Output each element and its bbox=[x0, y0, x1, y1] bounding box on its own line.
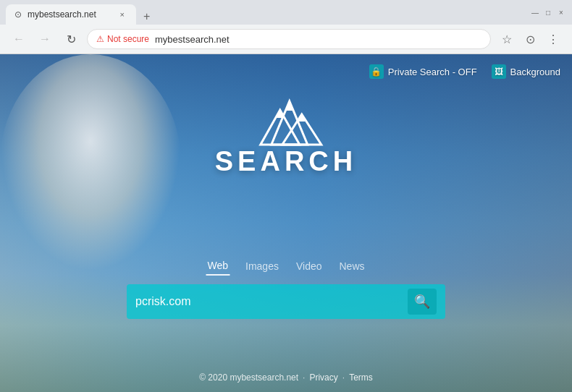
warning-icon: ⚠ bbox=[96, 34, 104, 44]
tab-web[interactable]: Web bbox=[206, 257, 230, 276]
footer-copyright: © 2020 mybestsearch.net bbox=[199, 372, 298, 383]
not-secure-label: Not secure bbox=[107, 34, 149, 44]
minimize-button[interactable]: — bbox=[530, 7, 540, 17]
search-icon: 🔍 bbox=[414, 294, 430, 310]
search-input[interactable] bbox=[135, 295, 402, 308]
title-bar: ⊙ mybestsearch.net × + — □ × bbox=[0, 0, 572, 25]
background-label: Background bbox=[510, 67, 560, 77]
search-button[interactable]: 🔍 bbox=[408, 289, 437, 315]
background-icon: 🖼 bbox=[492, 64, 506, 79]
cloud-decoration bbox=[0, 54, 181, 271]
bookmark-button[interactable]: ☆ bbox=[497, 29, 517, 49]
tab-title: mybestsearch.net bbox=[28, 9, 112, 20]
top-buttons: 🔒 Private Search - OFF 🖼 Background bbox=[369, 64, 560, 79]
mountain-logo bbox=[243, 94, 329, 152]
private-search-label: Private Search - OFF bbox=[388, 67, 477, 77]
tab-strip: ⊙ mybestsearch.net × + bbox=[6, 0, 526, 25]
brand-name: SEARCH bbox=[215, 146, 357, 177]
url-bar[interactable]: ⚠ Not secure mybestsearch.net bbox=[87, 29, 491, 49]
page-content: 🔒 Private Search - OFF 🖼 Background SEAR… bbox=[0, 54, 572, 392]
browser-chrome: ⊙ mybestsearch.net × + — □ × ← → ↻ ⚠ Not… bbox=[0, 0, 572, 54]
maximize-button[interactable]: □ bbox=[543, 7, 553, 17]
privacy-link[interactable]: Privacy bbox=[309, 372, 337, 383]
window-controls: — □ × bbox=[530, 7, 566, 17]
tab-close-button[interactable]: × bbox=[117, 9, 127, 20]
footer-dot-2: · bbox=[342, 372, 345, 383]
active-tab[interactable]: ⊙ mybestsearch.net × bbox=[6, 4, 136, 25]
refresh-button[interactable]: ↻ bbox=[61, 29, 81, 49]
page-footer: © 2020 mybestsearch.net · Privacy · Term… bbox=[0, 372, 572, 383]
private-search-icon: 🔒 bbox=[369, 64, 384, 79]
address-bar: ← → ↻ ⚠ Not secure mybestsearch.net ☆ ⊙ … bbox=[0, 25, 572, 54]
background-button[interactable]: 🖼 Background bbox=[492, 64, 560, 79]
menu-button[interactable]: ⋮ bbox=[543, 29, 563, 49]
close-window-button[interactable]: × bbox=[556, 7, 566, 17]
url-actions: ☆ ⊙ ⋮ bbox=[497, 29, 563, 49]
search-tabs: Web Images Video News bbox=[206, 257, 366, 276]
search-box-wrap: 🔍 bbox=[127, 284, 445, 319]
url-text: mybestsearch.net bbox=[155, 34, 230, 45]
tab-video[interactable]: Video bbox=[295, 257, 324, 275]
terms-link[interactable]: Terms bbox=[349, 372, 373, 383]
forward-button[interactable]: → bbox=[35, 29, 55, 49]
profile-button[interactable]: ⊙ bbox=[520, 29, 540, 49]
private-search-button[interactable]: 🔒 Private Search - OFF bbox=[369, 64, 477, 79]
logo-area: SEARCH bbox=[215, 94, 357, 177]
new-tab-button[interactable]: + bbox=[139, 9, 154, 25]
search-box: 🔍 bbox=[127, 284, 445, 319]
back-button[interactable]: ← bbox=[9, 29, 29, 49]
tab-news[interactable]: News bbox=[338, 257, 366, 275]
security-warning: ⚠ Not secure bbox=[96, 34, 149, 44]
tab-images[interactable]: Images bbox=[244, 257, 280, 275]
tab-favicon: ⊙ bbox=[14, 9, 22, 20]
footer-dot-1: · bbox=[303, 372, 305, 383]
